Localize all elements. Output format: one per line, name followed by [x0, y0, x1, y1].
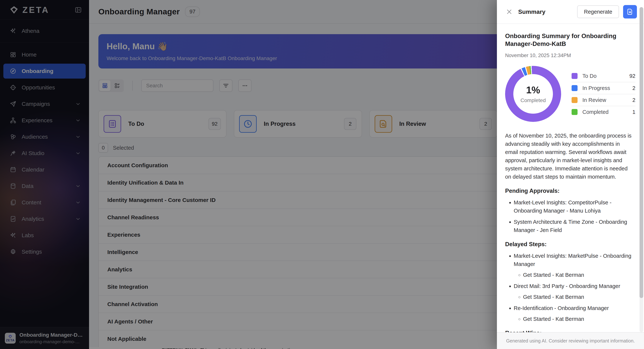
sub-list: Get Started - Kat Berman [514, 271, 636, 279]
list-item: Re-Identification - Onboarding Manager G… [514, 304, 636, 323]
list-item-text: Market-Level Insights: MarketPulse - Onb… [514, 253, 631, 267]
legend-value: 92 [630, 73, 636, 79]
legend-swatch [572, 97, 578, 103]
section-heading-recent-wins: Recent Wins: [505, 330, 636, 332]
app-root: ZETA Athena Home [0, 0, 644, 349]
summary-doc-title: Onboarding Summary for Onboarding Manage… [505, 32, 624, 48]
summary-drawer: Summary Regenerate Onboarding Summary fo… [497, 0, 644, 349]
close-icon[interactable] [505, 8, 513, 16]
legend-item-todo: To Do 92 [572, 70, 636, 82]
donut-percent: 1% [526, 84, 540, 96]
pending-approvals-list: Market-Level Insights: CompetitorPulse -… [505, 198, 636, 234]
summary-paragraph: As of November 10, 2025, the onboarding … [505, 132, 634, 181]
legend-swatch [572, 73, 578, 79]
legend-label: Completed [582, 109, 632, 115]
chart-legend: To Do 92 In Progress 2 In Review 2 [572, 70, 636, 118]
legend-label: In Progress [582, 85, 632, 91]
export-document-button[interactable] [623, 5, 637, 18]
section-heading-delayed-steps: Delayed Steps: [505, 241, 636, 248]
legend-item-in-progress: In Progress 2 [572, 82, 636, 94]
drawer-scrollbar[interactable] [640, 7, 643, 332]
legend-swatch [572, 109, 578, 115]
list-item: Direct Mail: 3rd Party - Onboarding Mana… [514, 282, 636, 301]
legend-item-completed: Completed 1 [572, 106, 636, 118]
summary-timestamp: November 10, 2025 12:34PM [505, 53, 636, 58]
status-chart: 1% Completed To Do 92 In Progress 2 [505, 66, 636, 122]
legend-swatch [572, 85, 578, 91]
delayed-steps-list: Market-Level Insights: MarketPulse - Onb… [505, 252, 636, 323]
modal-dim-overlay[interactable] [0, 0, 497, 349]
scrollbar-thumb[interactable] [640, 7, 643, 298]
donut-center: 1% Completed [505, 66, 561, 122]
drawer-title: Summary [518, 8, 577, 15]
legend-value: 1 [632, 109, 636, 115]
legend-label: To Do [582, 73, 630, 79]
file-download-icon [626, 8, 634, 15]
list-item: Market-Level Insights: CompetitorPulse -… [514, 198, 636, 215]
sub-list-item: Get Started - Kat Berman [523, 271, 636, 279]
list-item: System Architecture & Time Zone - Onboar… [514, 218, 636, 234]
legend-label: In Review [582, 97, 632, 103]
regenerate-button[interactable]: Regenerate [577, 6, 619, 18]
legend-item-in-review: In Review 2 [572, 94, 636, 106]
ai-disclaimer-bar: Generated using AI. Consider reviewing i… [497, 332, 644, 349]
list-item-text: Re-Identification - Onboarding Manager [514, 305, 609, 311]
sub-list: Get Started - Kat Berman [514, 293, 636, 301]
sub-list-item: Get Started - Kat Berman [523, 293, 636, 301]
drawer-body[interactable]: Onboarding Summary for Onboarding Manage… [497, 24, 639, 332]
list-item: Market-Level Insights: MarketPulse - Onb… [514, 252, 636, 279]
list-item-text: Direct Mail: 3rd Party - Onboarding Mana… [514, 283, 620, 289]
drawer-header: Summary Regenerate [497, 0, 644, 24]
donut-chart: 1% Completed [505, 66, 561, 122]
sub-list-item: Get Started - Kat Berman [523, 315, 636, 323]
ai-disclaimer-text: Generated using AI. Consider reviewing i… [506, 338, 635, 344]
sub-list: Get Started - Kat Berman [514, 315, 636, 323]
donut-caption: Completed [520, 98, 546, 104]
section-heading-pending-approvals: Pending Approvals: [505, 188, 636, 194]
legend-value: 2 [632, 85, 636, 91]
legend-value: 2 [632, 97, 636, 103]
